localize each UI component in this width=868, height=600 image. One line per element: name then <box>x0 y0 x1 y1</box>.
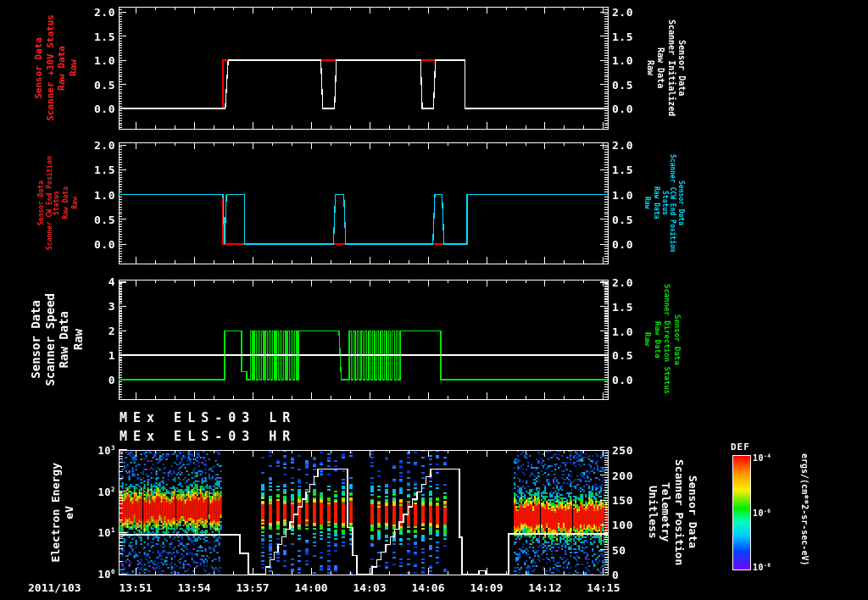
axis-label-line: Sensor Data <box>687 475 698 548</box>
spectrogram-canvas <box>119 450 609 575</box>
tick-label: 150 <box>612 493 633 506</box>
axis-label-line: Scanner CCW End Position Status <box>661 142 676 264</box>
tick-label: 100 <box>71 568 115 581</box>
series-scanner-direction-status <box>119 331 608 381</box>
tick-label: 1.5 <box>612 300 633 313</box>
axis-label-line: Raw Data <box>63 186 70 219</box>
series-cw-end-position-status <box>119 195 608 245</box>
tick-label: 1.5 <box>612 164 633 176</box>
tick-label: 2.0 <box>612 276 633 289</box>
axis-label-line: Raw <box>72 329 85 350</box>
tick-label: 0.5 <box>612 78 633 91</box>
tick-label: 50 <box>612 543 626 556</box>
axis-label-line: Unitless <box>647 486 659 539</box>
axis-label-line: Scanner Speed <box>44 293 57 386</box>
tick-label: 1.0 <box>612 325 633 337</box>
series-ccw-end-position-status <box>119 195 608 245</box>
axis-label-line: Raw Data <box>57 46 67 91</box>
axis-label-line: Scanner Initialized <box>666 19 676 116</box>
axis-label-line: Scanner Position <box>673 459 685 565</box>
tick-label: 103 <box>71 443 115 456</box>
tick-label: 2.0 <box>612 6 633 19</box>
tick-label: 0.5 <box>612 213 633 225</box>
axis-label-line: Sensor Data <box>34 37 44 99</box>
time-tick-label: 14:15 <box>587 581 620 594</box>
axis-label-line: Raw <box>72 197 79 208</box>
axis-label-line: Sensor Data <box>677 40 687 96</box>
time-tick-label: 14:06 <box>411 581 444 594</box>
panel3-right-axis-label: Sensor Data Scanner Direction Status Raw… <box>643 280 682 399</box>
tick-label: 1.0 <box>612 54 633 67</box>
panel2-right-axis-label: Sensor Data Scanner CCW End Position Sta… <box>643 142 685 264</box>
panel1-right-axis-label: Sensor Data Scanner Initialized Raw Data… <box>644 7 687 129</box>
time-tick-label: 14:00 <box>294 581 327 594</box>
axis-label-line: Scanner CW End Position Status <box>47 142 61 264</box>
colorbar-unit-label: ergs/(cm**2-sr-sec-eV) <box>800 453 810 572</box>
axis-label-line: Scanner Direction Status <box>663 284 670 394</box>
time-tick-label: 14:09 <box>470 581 503 594</box>
tick-label: 0 <box>612 569 619 581</box>
panel2-left-axis-label: Sensor Data Scanner CW End Position Stat… <box>37 142 80 264</box>
spectrogram-title-lr: MEx ELS-03 LR <box>120 410 296 425</box>
axis-label-line: Raw <box>643 197 650 208</box>
tick-label: 200 <box>612 469 633 481</box>
axis-label-line: Raw Data <box>656 47 665 88</box>
axis-label-line: Sensor Data <box>672 314 680 365</box>
date-label: 2011/103 <box>28 581 81 594</box>
tick-label: 102 <box>71 485 115 497</box>
tick-label: 100 <box>612 519 633 531</box>
tick-label: 1.0 <box>612 188 633 201</box>
colorbar-tick-label: 10-8 <box>753 562 771 572</box>
tick-label: 101 <box>71 526 115 539</box>
panel4-right-axis-label: Sensor Data Scanner Position Telemetry U… <box>646 450 699 575</box>
panel4-left-axis-label: Electron Energy eV <box>49 450 75 575</box>
axis-label-line: Raw Data <box>653 321 660 358</box>
tick-label: 0.0 <box>612 238 633 251</box>
series-scanner-initialized <box>119 60 608 108</box>
colorbar-title: DEF <box>731 442 750 453</box>
axis-label-line: Sensor Data <box>677 181 684 225</box>
axis-label-line: eV <box>64 506 75 519</box>
axis-label-line: Scanner +30V Status <box>46 14 56 121</box>
axis-label-line: Raw <box>69 59 79 76</box>
time-tick-label: 13:57 <box>236 581 269 594</box>
panel1-left-axis-label: Sensor Data Scanner +30V Status Raw Data… <box>33 7 79 129</box>
axis-label-line: Raw Data <box>58 311 70 368</box>
colorbar <box>732 455 751 570</box>
tick-label: 0.5 <box>612 349 633 362</box>
axis-label-line: Raw <box>643 332 651 346</box>
panel3-left-axis-label: Sensor Data Scanner Speed Raw Data Raw <box>29 280 86 399</box>
time-tick-label: 13:51 <box>119 581 152 594</box>
axis-label-line: Electron Energy <box>50 463 62 562</box>
time-tick-label: 14:12 <box>528 581 561 594</box>
time-tick-label: 13:54 <box>177 581 210 594</box>
axis-label-line: Sensor Data <box>38 181 45 225</box>
series-scanner-30v-status <box>119 60 608 108</box>
figure-root: Sensor Data Scanner +30V Status Raw Data… <box>0 0 868 600</box>
tick-label: 0.0 <box>612 374 633 386</box>
tick-label: 0.0 <box>612 103 633 115</box>
time-tick-label: 14:03 <box>353 581 386 594</box>
spectrogram-title-hr: MEx ELS-03 HR <box>120 429 296 444</box>
tick-label: 250 <box>612 444 633 457</box>
axis-label-line: Raw <box>645 60 654 75</box>
colorbar-tick-label: 10-4 <box>753 453 771 463</box>
axis-label-line: Telemetry <box>660 482 672 542</box>
tick-label: 2.0 <box>612 139 633 152</box>
axis-label-line: Raw Data <box>652 186 659 219</box>
axis-label-line: Sensor Data <box>30 300 42 379</box>
colorbar-tick-label: 10-6 <box>753 507 771 517</box>
tick-label: 1.5 <box>612 30 633 42</box>
